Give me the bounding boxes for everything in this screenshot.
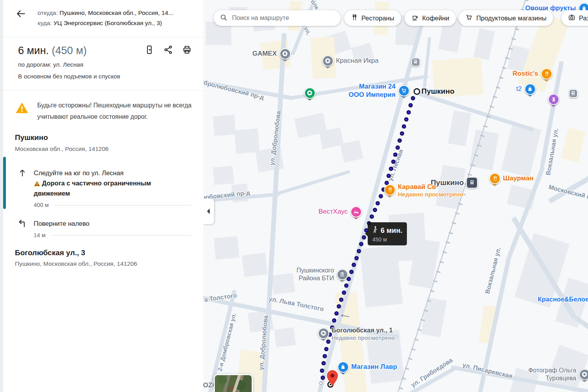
destination-value: УЦ Энергосервис (Боголюбская ул., 3)	[53, 20, 162, 26]
step-1-distance: 400 м	[34, 202, 49, 208]
transit-top-pin[interactable]	[411, 58, 420, 67]
bogolyubskaya-1-label[interactable]: Боголюбская ул., 1Недавно просмотрено	[332, 326, 395, 341]
bogolyubskaya-1-pin[interactable]	[318, 328, 329, 339]
route-dot	[376, 201, 380, 205]
route-dot	[332, 318, 336, 323]
route-dot	[357, 249, 361, 253]
chip-grocery[interactable]: Продуктовые магазины	[459, 10, 553, 26]
chip-label: Продуктовые магазины	[476, 15, 546, 22]
bti-label[interactable]: ПушкинскогоРайона БТИ	[296, 267, 334, 282]
route-dot	[407, 110, 411, 114]
google-maps-directions-app: бролюбовский пр-дул. Добролюбоваюбовский…	[0, 0, 588, 392]
krasnaya-ikra-pin[interactable]	[322, 55, 334, 67]
coffee-icon	[411, 14, 419, 23]
route-dot	[389, 167, 393, 171]
route-dot	[396, 145, 400, 150]
route-start-label: Пушкино	[421, 87, 454, 96]
start-location-title: Пушкино	[15, 133, 48, 142]
route-duration: 6 мин.	[18, 45, 49, 56]
chip-label: Кофейни	[422, 15, 449, 22]
road	[574, 316, 588, 347]
magazin-24-pin[interactable]	[398, 85, 410, 96]
walking-icon	[372, 226, 378, 235]
route-dot	[342, 290, 346, 295]
origin-label: откуда:	[38, 9, 58, 16]
route-dot	[349, 270, 354, 274]
transit-right-pin[interactable]	[569, 89, 578, 98]
step-2-instruction: Поверните налево	[34, 218, 189, 229]
route-tooltip[interactable]: 6 мин. 450 м	[368, 222, 407, 245]
map-search-bar[interactable]	[214, 10, 341, 26]
t2-pin[interactable]	[524, 83, 536, 95]
road	[274, 170, 350, 196]
start-location-subtitle: Московская обл., Россия, 141206	[15, 145, 109, 152]
step-1-warning: Дорога с частично ограниченным движением	[34, 178, 189, 198]
route-dot	[320, 368, 324, 373]
print-button[interactable]	[182, 45, 192, 55]
building	[234, 128, 260, 154]
road	[416, 91, 534, 132]
satellite-layer-thumbnail[interactable]	[214, 374, 253, 392]
shaurman-label[interactable]: Шаурман	[503, 174, 534, 182]
send-to-phone-button[interactable]	[144, 45, 154, 55]
pushkino-station-pin[interactable]	[466, 177, 478, 189]
rostics-pin[interactable]	[541, 68, 552, 80]
purple-poi-pin[interactable]	[548, 94, 559, 105]
building	[561, 128, 586, 163]
krasnaya-ikra-label[interactable]: Красная Икра	[336, 56, 379, 65]
step-1-instruction: Следуйте на юг по ул. Лесная	[34, 168, 189, 178]
rostics-label[interactable]: Rostic's	[513, 69, 538, 78]
straight-arrow-icon	[18, 168, 28, 178]
chip-activities[interactable]: Раз	[561, 10, 588, 26]
vesthaus-pin[interactable]	[350, 206, 362, 218]
route-dot	[324, 347, 328, 351]
step-1[interactable]: Следуйте на юг по ул. Лесная Дорога с ча…	[34, 168, 189, 198]
step-2-distance: 14 м	[34, 232, 45, 238]
search-input[interactable]	[232, 15, 326, 22]
share-button[interactable]	[163, 45, 173, 55]
route-dot	[339, 298, 343, 302]
fotograf-olga-pin[interactable]	[579, 369, 588, 380]
t2-label[interactable]: t2	[516, 85, 522, 93]
magazin-lavr-pin[interactable]	[338, 361, 349, 373]
magazin-lavr-label[interactable]: Магазин Лавр	[351, 363, 397, 371]
chip-restaurants[interactable]: Рестораны	[344, 10, 401, 26]
route-start-marker[interactable]	[414, 88, 420, 95]
step-2[interactable]: Поверните налево	[34, 218, 189, 229]
karavay-sv-label[interactable]: Каравай СвНедавно просмотрено	[398, 183, 463, 198]
route-dot	[411, 96, 415, 100]
gamex-label[interactable]: GAMEX	[252, 49, 277, 58]
panel-scrollbar-thumb[interactable]	[3, 157, 6, 209]
karavay-sv-pin[interactable]	[384, 184, 396, 196]
route-dot	[373, 208, 377, 212]
destination-row[interactable]: куда: УЦ Энергосервис (Боголюбская ул., …	[38, 18, 198, 28]
road	[422, 37, 431, 94]
route-summary: 6 мин. (450 м) по дорогам: ул. Лесная В …	[3, 38, 203, 91]
route-dot	[359, 242, 363, 246]
green-poi-pin[interactable]	[304, 87, 316, 99]
building	[242, 253, 268, 277]
cart-icon	[465, 14, 473, 23]
street-label: ул. Льва Толстого	[268, 295, 324, 313]
building	[271, 273, 295, 294]
panel-scrollbar-track[interactable]	[0, 0, 3, 392]
building	[274, 327, 296, 347]
route-dot	[402, 124, 406, 129]
map-canvas[interactable]: бролюбовский пр-дул. Добролюбоваюбовский…	[203, 0, 588, 392]
magazin-24-label[interactable]: Магазин 24ООО Империя	[348, 82, 396, 99]
bti-pin[interactable]	[337, 269, 348, 280]
back-button[interactable]	[15, 9, 28, 20]
road-warning-icon	[34, 181, 40, 187]
route-dot	[404, 117, 408, 122]
destination-pin[interactable]	[327, 370, 338, 387]
fotograf-olga-label[interactable]: Фотограф ОльгаТуровцева	[528, 367, 576, 382]
vesthaus-label[interactable]: ВестХаус	[319, 207, 348, 216]
krasnoe-beloe-label[interactable]: Красное&Белое	[538, 295, 588, 303]
shaurman-pin[interactable]	[489, 173, 501, 184]
gamex-pin[interactable]	[279, 48, 291, 60]
origin-row[interactable]: откуда: Пушкино, Московская обл., Россия…	[38, 8, 198, 18]
collapse-panel-button[interactable]	[203, 198, 214, 224]
tooltip-distance: 450 м	[372, 236, 403, 243]
step-1-distance-row: 400 м	[34, 202, 191, 208]
chip-coffee[interactable]: Кофейни	[405, 10, 456, 26]
